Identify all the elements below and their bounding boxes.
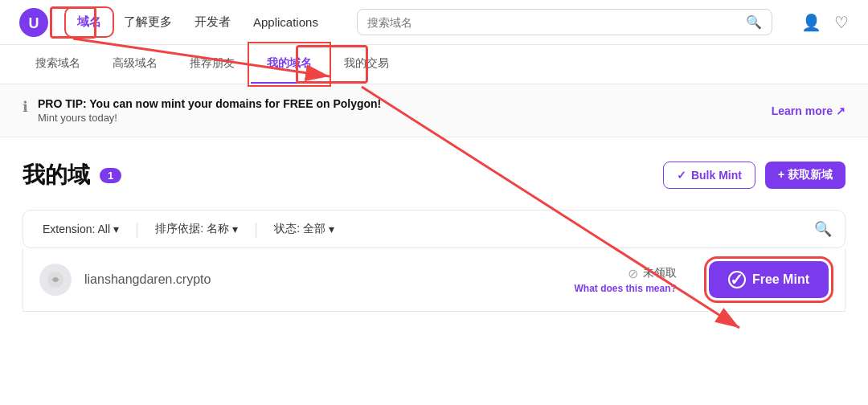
domain-status: ⊘ 未领取 bbox=[628, 266, 677, 281]
info-icon: ℹ bbox=[23, 98, 28, 116]
sort-filter[interactable]: 排序依据: 名称 ▾ bbox=[149, 219, 244, 239]
filter-separator-1: | bbox=[135, 220, 139, 239]
table-row: lianshangdaren.crypto ⊘ 未领取 What does th… bbox=[23, 248, 845, 312]
filter-separator-2: | bbox=[254, 220, 258, 239]
extension-filter[interactable]: Extension: All ▾ bbox=[36, 219, 125, 239]
nav-applications[interactable]: Applications bbox=[244, 10, 328, 34]
nav-icons: 👤 ♡ bbox=[801, 13, 849, 32]
page-header: 我的域 1 ✓ Bulk Mint + 获取新域 bbox=[23, 160, 845, 190]
free-mint-label: Free Mint bbox=[752, 272, 809, 287]
header-actions: ✓ Bulk Mint + 获取新域 bbox=[663, 162, 845, 189]
domain-name: lianshangdaren.crypto bbox=[84, 272, 211, 287]
chevron-down-icon-2: ▾ bbox=[232, 223, 238, 235]
logo-icon[interactable]: U bbox=[19, 8, 48, 37]
search-bar[interactable]: 🔍 bbox=[357, 9, 772, 35]
get-domain-button[interactable]: + 获取新域 bbox=[765, 162, 845, 189]
domain-avatar-icon bbox=[46, 270, 65, 289]
page-title-area: 我的域 1 bbox=[23, 160, 121, 190]
domain-status-area: ⊘ 未领取 What does this mean? bbox=[575, 266, 677, 294]
domain-count-badge: 1 bbox=[100, 168, 121, 183]
subnav-refer[interactable]: 推荐朋友 bbox=[174, 45, 251, 84]
chevron-down-icon-3: ▾ bbox=[329, 223, 334, 235]
bulk-mint-button[interactable]: ✓ Bulk Mint bbox=[663, 162, 755, 189]
nav-learn-more[interactable]: 了解更多 bbox=[114, 10, 182, 35]
subnav-advanced[interactable]: 高级域名 bbox=[96, 45, 174, 84]
domain-table: lianshangdaren.crypto ⊘ 未领取 What does th… bbox=[23, 248, 845, 312]
nav-developer[interactable]: 开发者 bbox=[185, 10, 240, 35]
navbar: U 域名 了解更多 开发者 Applications 🔍 👤 ♡ bbox=[0, 0, 868, 45]
svg-point-6 bbox=[53, 277, 58, 282]
check-circle-icon: ✓ bbox=[677, 169, 686, 182]
subnav: 搜索域名 高级域名 推荐朋友 我的域名 我的交易 bbox=[0, 45, 868, 84]
heart-icon[interactable]: ♡ bbox=[834, 13, 849, 32]
subnav-my-transactions[interactable]: 我的交易 bbox=[328, 45, 405, 84]
external-link-icon: ↗ bbox=[836, 104, 845, 117]
table-search-icon[interactable]: 🔍 bbox=[814, 220, 832, 238]
svg-text:U: U bbox=[29, 14, 39, 31]
main-content: 我的域 1 ✓ Bulk Mint + 获取新域 Extension: All … bbox=[0, 137, 868, 312]
nav-links: 域名 了解更多 开发者 Applications bbox=[68, 10, 328, 35]
free-mint-button[interactable]: ✓ Free Mint bbox=[709, 261, 829, 298]
domain-avatar bbox=[39, 264, 72, 296]
nav-domain[interactable]: 域名 bbox=[68, 10, 111, 35]
what-does-this-mean-link[interactable]: What does this mean? bbox=[575, 283, 677, 294]
banner-subtitle: Mint yours today! bbox=[38, 112, 381, 124]
pro-tip-banner: ℹ PRO TIP: You can now mint your domains… bbox=[0, 84, 868, 137]
subnav-search[interactable]: 搜索域名 bbox=[19, 45, 96, 84]
check-circle-icon-mint: ✓ bbox=[728, 271, 746, 288]
chevron-down-icon: ▾ bbox=[113, 223, 119, 235]
status-filter[interactable]: 状态: 全部 ▾ bbox=[268, 219, 341, 239]
filters-bar: Extension: All ▾ | 排序依据: 名称 ▾ | 状态: 全部 ▾… bbox=[23, 210, 845, 248]
search-icon: 🔍 bbox=[746, 14, 762, 30]
search-input[interactable] bbox=[367, 16, 739, 29]
status-icon: ⊘ bbox=[628, 266, 638, 281]
subnav-my-domains[interactable]: 我的域名 bbox=[251, 45, 328, 84]
banner-title: PRO TIP: You can now mint your domains f… bbox=[38, 97, 381, 110]
page-title: 我的域 bbox=[23, 160, 90, 190]
account-icon[interactable]: 👤 bbox=[801, 13, 821, 32]
learn-more-link[interactable]: Learn more ↗ bbox=[772, 104, 845, 117]
status-text: 未领取 bbox=[643, 266, 677, 280]
